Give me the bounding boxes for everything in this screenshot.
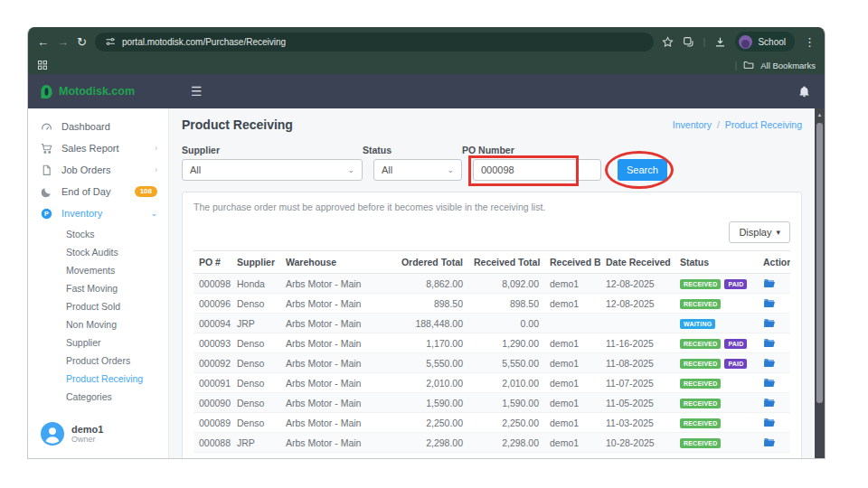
cell-date-received: 12-08-2025 [600, 294, 675, 314]
cell-date-received: 12-08-2025 [600, 274, 675, 294]
browser-window: ← → ↻ portal.motodisk.com/Purchase/Recei… [27, 27, 826, 459]
cell-action [758, 393, 790, 413]
tab-group-icon[interactable] [683, 36, 694, 48]
site-settings-icon[interactable] [105, 36, 116, 47]
apps-grid-icon[interactable] [37, 60, 48, 70]
files-icon [41, 164, 61, 176]
brand-logo[interactable]: Motodisk.com [28, 84, 169, 99]
address-bar[interactable]: portal.motodisk.com/Purchase/Receiving [95, 33, 654, 52]
screenshot-canvas: ← → ↻ portal.motodisk.com/Purchase/Recei… [0, 0, 868, 488]
sidebar-item-end-of-day[interactable]: End of Day 108 [28, 181, 168, 202]
column-header: Status [675, 251, 758, 274]
breadcrumb-parent[interactable]: Inventory [673, 119, 712, 130]
product-receiving-table: PO #SupplierWarehouseOrdered TotalReceiv… [193, 250, 790, 458]
cell-received-by [544, 314, 600, 333]
all-bookmarks-button[interactable]: | All Bookmarks [734, 60, 816, 70]
page-scrollbar[interactable]: ▲ [815, 108, 825, 458]
status-select[interactable]: All ⌄ [373, 159, 462, 181]
supplier-filter: Supplier All ⌄ [182, 145, 363, 181]
po-number-input[interactable]: 000098 [473, 159, 601, 181]
cell-date-received: 11-14-2025 [600, 453, 675, 459]
cell-received-total: 2,046.00 [468, 453, 544, 459]
cell-po: 000089 [193, 413, 231, 433]
browser-profile-button[interactable]: School [735, 32, 795, 52]
sidebar-subitem-label: Categories [66, 391, 157, 402]
status-badge: RECEIVED [680, 438, 721, 448]
folder-open-icon [763, 398, 776, 408]
open-record-button[interactable] [763, 418, 776, 427]
table-row: 000098 Honda Arbs Motor - Main 8,862.00 … [193, 274, 790, 294]
folder-open-icon [763, 338, 776, 348]
cell-ordered-total: 1,170.00 [378, 333, 468, 353]
cell-action [758, 353, 790, 373]
download-icon[interactable] [714, 36, 726, 48]
cell-received-by: demo1 [544, 373, 600, 393]
cell-supplier: Denso [231, 393, 280, 413]
open-record-button[interactable] [763, 298, 776, 308]
sidebar-subitem-label: Supplier [66, 337, 157, 348]
cell-date-received: 11-07-2025 [600, 373, 675, 393]
bookmarks-divider: | [734, 60, 737, 70]
sidebar-subitem-non-moving[interactable]: Non Moving [28, 315, 168, 333]
table-header-row: PO #SupplierWarehouseOrdered TotalReceiv… [193, 251, 790, 274]
sidebar-subitem-stocks[interactable]: Stocks [28, 225, 168, 243]
cell-received-by: demo1 [544, 353, 600, 373]
cell-po: 000087 [193, 453, 231, 459]
cell-ordered-total: 2,250.00 [378, 413, 468, 433]
sidebar-subitem-product-receiving[interactable]: Product Receiving [28, 370, 168, 388]
cell-supplier: Denso [231, 333, 280, 353]
cell-date-received: 11-08-2025 [600, 353, 675, 373]
status-badge: WAITING [680, 319, 715, 329]
folder-open-icon [763, 378, 776, 388]
cell-received-by: demo1 [544, 453, 600, 459]
cell-po: 000092 [193, 353, 231, 373]
notifications-bell-icon[interactable] [798, 86, 810, 98]
breadcrumb-separator: / [717, 119, 720, 130]
user-role: Owner [71, 435, 103, 444]
open-record-button[interactable] [763, 338, 776, 348]
supplier-select[interactable]: All ⌄ [182, 159, 363, 181]
open-record-button[interactable] [763, 398, 776, 408]
cell-received-total: 0.00 [468, 314, 544, 333]
sidebar-toggle-icon[interactable]: ☰ [191, 84, 203, 99]
toolbar-divider: | [703, 36, 706, 47]
sidebar-item-inventory[interactable]: P Inventory ⌄ [28, 202, 168, 224]
cell-received-total: 2,010.00 [468, 373, 544, 393]
sidebar-user[interactable]: demo1 Owner [28, 413, 168, 458]
sidebar-item-sales-report[interactable]: Sales Report › [28, 137, 168, 159]
cell-status: RECEIVED [675, 294, 758, 314]
open-record-button[interactable] [763, 358, 776, 368]
open-record-button[interactable] [763, 457, 776, 458]
sidebar-subitem-categories[interactable]: Categories [28, 388, 168, 406]
open-record-button[interactable] [763, 378, 776, 388]
cell-action [758, 453, 790, 459]
scrollbar-thumb[interactable] [816, 123, 823, 403]
back-icon[interactable]: ← [37, 36, 49, 48]
main-content: Product Receiving Inventory / Product Re… [169, 108, 815, 458]
cell-supplier: Denso [231, 294, 280, 314]
table-row: 000089 Denso Arbs Motor - Main 2,250.00 … [193, 413, 790, 433]
sidebar-subitem-product-sold[interactable]: Product Sold [28, 297, 168, 315]
breadcrumb-current[interactable]: Product Receiving [725, 119, 802, 130]
scrollbar-up-icon[interactable]: ▲ [815, 108, 825, 117]
open-record-button[interactable] [763, 318, 776, 328]
folder-open-icon [763, 318, 776, 328]
sidebar-subitem-product-orders[interactable]: Product Orders [28, 352, 168, 370]
sidebar-item-job-orders[interactable]: Job Orders › [28, 159, 168, 181]
sidebar-item-dashboard[interactable]: Dashboard [28, 116, 168, 137]
reload-icon[interactable]: ↻ [77, 36, 87, 48]
bookmark-star-icon[interactable] [662, 36, 674, 48]
forward-icon[interactable]: → [57, 36, 69, 48]
browser-menu-icon[interactable]: ⋮ [804, 36, 816, 48]
open-record-button[interactable] [763, 437, 776, 447]
search-button[interactable]: Search [618, 159, 667, 181]
cell-status: RECEIVEDPAID [675, 274, 758, 294]
url-text: portal.motodisk.com/Purchase/Receiving [122, 37, 286, 47]
sidebar-subitem-supplier[interactable]: Supplier [28, 333, 168, 352]
sidebar-subitem-label: Stocks [66, 229, 157, 239]
sidebar-subitem-stock-audits[interactable]: Stock Audits [28, 243, 168, 261]
open-record-button[interactable] [763, 278, 776, 288]
display-button[interactable]: Display ▾ [729, 221, 790, 243]
sidebar-subitem-fast-moving[interactable]: Fast Moving [28, 279, 168, 297]
sidebar-subitem-movements[interactable]: Movements [28, 261, 168, 279]
